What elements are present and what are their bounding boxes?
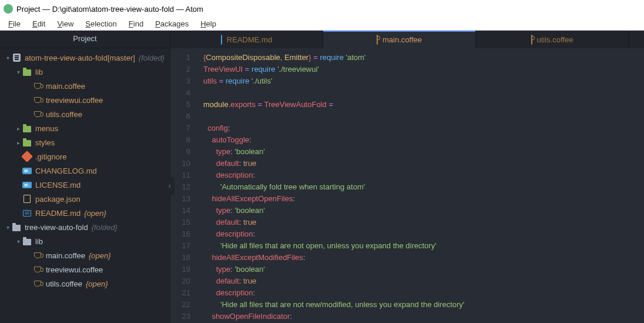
code-lines[interactable]: {CompositeDisposable, Emitter} = require…	[199, 48, 644, 323]
line-number: 10	[170, 158, 190, 169]
tree-item-label: atom-tree-view-auto-fold	[25, 54, 108, 62]
tree-item[interactable]: M↓CHANGELOG.md	[0, 164, 170, 178]
coffee-icon	[377, 35, 378, 44]
tree-item[interactable]: ▾lib	[0, 65, 170, 79]
line-number: 5	[170, 99, 190, 111]
tree-item-status: {open}	[89, 251, 111, 260]
chevron-icon: ▸	[15, 139, 21, 146]
tree-item-status: {open}	[84, 209, 106, 218]
chevron-icon: ▾	[5, 224, 11, 231]
branch-label: [master]	[108, 54, 135, 62]
sidebar-title: Project	[0, 31, 170, 48]
tree-item[interactable]: utils.coffee	[0, 107, 170, 121]
tree-item-label: CHANGELOG.md	[35, 167, 97, 175]
folder-icon	[12, 222, 21, 232]
code-line: module.exports = TreeViewAutoFold =	[203, 99, 644, 111]
coffee-icon	[33, 109, 42, 119]
line-number: 13	[170, 193, 190, 205]
code-line: 'Hide all files that are not new/modifie…	[203, 299, 644, 311]
chevron-icon: ▾	[15, 238, 21, 245]
tab-bar: README.mdmain.coffeeutils.coffee	[170, 31, 644, 48]
line-number: 19	[170, 264, 190, 275]
line-number: 22	[170, 299, 190, 311]
code-line: 'Hide all files that are not open, unles…	[203, 240, 644, 252]
tree-item[interactable]: M↓LICENSE.md	[0, 178, 170, 192]
tree-item[interactable]: treeviewui.coffee	[0, 262, 170, 277]
menu-view[interactable]: View	[52, 18, 78, 29]
tab[interactable]: README.md	[170, 31, 323, 48]
menu-find[interactable]: Find	[124, 18, 148, 29]
line-number: 15	[170, 217, 190, 228]
tree-item-label: LICENSE.md	[35, 181, 80, 189]
tree-item-status: {open}	[86, 279, 108, 288]
menu-file[interactable]: File	[4, 18, 25, 29]
code-editor[interactable]: 1234567891011121314151617181920212223 {C…	[170, 48, 644, 323]
menu-packages[interactable]: Packages	[150, 18, 193, 29]
tree-item-label: tree-view-auto-fold	[25, 223, 88, 232]
window-title: Project — D:\git\atom\atom-tree-view-aut…	[16, 5, 203, 14]
main-area: Project ▾atom-tree-view-auto-fold [maste…	[0, 31, 644, 323]
folder-icon	[22, 237, 32, 246]
code-line: utils = require './utils'	[203, 75, 644, 87]
menu-help[interactable]: Help	[196, 18, 221, 29]
chevron-icon: ▾	[5, 55, 11, 61]
tree-item[interactable]: utils.coffee{open}	[0, 277, 170, 291]
book-icon	[22, 208, 32, 218]
tree-item-status: {folded}	[139, 54, 165, 62]
tree-item[interactable]: ▸styles	[0, 135, 170, 149]
markdown-icon: M↓	[22, 180, 32, 189]
tree-item[interactable]: package.json	[0, 192, 170, 206]
chevron-icon: ▸	[15, 125, 21, 132]
tab-label: main.coffee	[383, 35, 422, 44]
code-line: showOpenFileIndicator:	[203, 311, 644, 322]
tree-item[interactable]: README.md{open}	[0, 206, 170, 220]
tree-item[interactable]: ▾lib	[0, 234, 170, 248]
tree-item[interactable]: treeviewui.coffee	[0, 93, 170, 107]
tree-item[interactable]: main.coffee{open}	[0, 248, 170, 262]
code-line: hideAllExceptOpenFiles:	[203, 193, 644, 205]
code-line: config:	[203, 122, 644, 134]
tree-item[interactable]: main.coffee	[0, 79, 170, 93]
code-line: description:	[203, 169, 644, 181]
tree-item-label: lib	[35, 68, 43, 76]
menu-selection[interactable]: Selection	[80, 18, 121, 29]
tree-item[interactable]: ▸menus	[0, 121, 170, 135]
line-number: 8	[170, 134, 190, 146]
file-tree[interactable]: ▾atom-tree-view-auto-fold [master]{folde…	[0, 48, 170, 323]
line-number: 6	[170, 111, 190, 122]
window-titlebar: Project — D:\git\atom\atom-tree-view-aut…	[0, 0, 644, 18]
line-number: 4	[170, 87, 190, 99]
tree-item-label: .gitignore	[35, 152, 66, 161]
coffee-icon	[33, 251, 42, 260]
menu-edit[interactable]: Edit	[28, 18, 50, 29]
json-icon	[22, 194, 32, 204]
tree-item[interactable]: ▾atom-tree-view-auto-fold [master]{folde…	[0, 51, 170, 65]
line-number: 20	[170, 275, 190, 287]
code-line: default: true	[203, 158, 644, 169]
code-line: type: 'boolean'	[203, 264, 644, 275]
tab-label: utils.coffee	[537, 35, 573, 44]
code-line: type: 'boolean'	[203, 205, 644, 217]
tree-item-label: main.coffee	[46, 251, 85, 260]
line-number: 1	[170, 52, 190, 64]
line-gutter: 1234567891011121314151617181920212223	[170, 48, 199, 323]
tree-item-label: README.md	[35, 209, 80, 218]
code-line: hideAllExceptModifiedFiles:	[203, 252, 644, 264]
tree-item-label: utils.coffee	[46, 110, 82, 119]
tree-item[interactable]: ▾tree-view-auto-fold{folded}	[0, 220, 170, 234]
tree-item-label: menus	[35, 124, 58, 133]
line-number: 2	[170, 64, 190, 75]
folder-icon	[22, 124, 32, 133]
code-line: autoToggle:	[203, 134, 644, 146]
coffee-icon	[33, 81, 42, 91]
tree-item-label: utils.coffee	[46, 279, 82, 288]
code-line: type: 'boolean'	[203, 146, 644, 158]
tab[interactable]: utils.coffee	[476, 31, 629, 48]
code-line: {CompositeDisposable, Emitter} = require…	[203, 52, 644, 64]
tab[interactable]: main.coffee	[323, 31, 476, 48]
editor-pane: README.mdmain.coffeeutils.coffee 1234567…	[170, 31, 644, 323]
tree-item[interactable]: .gitignore	[0, 149, 170, 164]
line-number: 16	[170, 228, 190, 240]
line-number: 9	[170, 146, 190, 158]
panel-collapse-handle[interactable]: ‹	[165, 177, 175, 195]
